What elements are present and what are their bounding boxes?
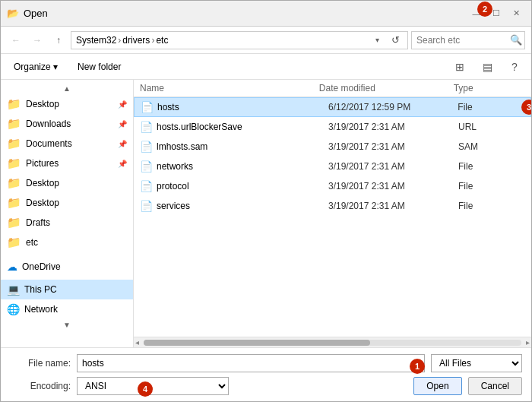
computer-icon: 💻	[7, 283, 20, 296]
bottom-bar: 1 4 File name: All Files Encoding: ANSI …	[1, 347, 531, 401]
sidebar-label-thispc: This PC	[24, 284, 127, 295]
new-folder-label: New folder	[78, 62, 121, 72]
col-header-name: Name	[140, 83, 319, 93]
sidebar-label-downloads: Downloads	[26, 119, 113, 129]
file-item-lmhosts[interactable]: 📄 lmhosts.sam 3/19/2017 2:31 AM SAM	[134, 137, 531, 157]
file-item-hosts[interactable]: 📄 hosts 6/12/2017 12:59 PM File 3	[134, 97, 531, 117]
file-item-networks[interactable]: 📄 networks 3/19/2017 2:31 AM File	[134, 157, 531, 176]
filetype-dropdown[interactable]: All Files	[431, 354, 522, 372]
filename-row: File name: All Files	[10, 354, 522, 372]
file-date-networks: 3/19/2017 2:31 AM	[328, 161, 454, 172]
organize-button[interactable]: Organize ▾	[7, 58, 65, 76]
file-list-container: Name Date modified Type 📄 hosts 6/12/201…	[134, 80, 531, 347]
file-date-urlblocker: 3/19/2017 2:31 AM	[328, 122, 454, 132]
cancel-button[interactable]: Cancel	[468, 377, 522, 395]
folder-icon: 📁	[7, 176, 21, 190]
file-item-hosts-urlblocker[interactable]: 📄 hosts.urlBlockerSave 3/19/2017 2:31 AM…	[134, 117, 531, 137]
scroll-left-arrow[interactable]: ◂	[134, 338, 141, 347]
filename-input[interactable]	[77, 354, 425, 372]
file-name-networks: networks	[157, 161, 324, 172]
encoding-row: Encoding: ANSI Open Cancel	[10, 377, 522, 395]
file-item-protocol[interactable]: 📄 protocol 3/19/2017 2:31 AM File	[134, 176, 531, 196]
scroll-right-arrow[interactable]: ▸	[524, 338, 531, 347]
title-bar: 📂 Open — ☐ ✕	[1, 1, 531, 27]
path-system32: System32	[76, 35, 116, 46]
sidebar-up-arrow[interactable]: ▲	[1, 83, 133, 94]
search-input[interactable]	[411, 31, 525, 49]
sidebar-item-pictures-pinned[interactable]: 📁 Pictures 📌	[1, 154, 133, 173]
sidebar-item-downloads-pinned[interactable]: 📁 Downloads 📌	[1, 114, 133, 134]
file-item-services[interactable]: 📄 services 3/19/2017 2:31 AM File	[134, 196, 531, 216]
close-button[interactable]: ✕	[507, 6, 525, 21]
file-icon: 📄	[140, 121, 152, 133]
open-button[interactable]: Open	[413, 377, 461, 395]
folder-icon: 📁	[7, 216, 21, 229]
file-date-protocol: 3/19/2017 2:31 AM	[328, 181, 454, 192]
path-drivers: drivers	[122, 35, 150, 46]
path-etc: etc	[156, 35, 168, 46]
sidebar-item-onedrive[interactable]: ☁ OneDrive	[1, 257, 133, 277]
folder-icon: 📁	[7, 196, 21, 210]
file-name-urlblocker: hosts.urlBlockerSave	[157, 122, 324, 132]
up-button[interactable]: ↑	[49, 31, 68, 49]
sidebar-item-etc[interactable]: 📁 etc	[1, 233, 133, 252]
badge-2: 2	[477, 2, 492, 17]
file-date-services: 3/19/2017 2:31 AM	[328, 201, 454, 211]
horizontal-scrollbar[interactable]: ◂ ▸	[134, 337, 531, 347]
sidebar-item-thispc[interactable]: 💻 This PC	[1, 280, 133, 299]
help-button[interactable]: ?	[504, 58, 525, 76]
sidebar-label-etc: etc	[26, 237, 127, 248]
refresh-button[interactable]: ↺	[388, 33, 403, 48]
file-icon: 📄	[141, 101, 153, 113]
file-list-header: Name Date modified Type	[134, 80, 531, 97]
encoding-dropdown[interactable]: ANSI	[77, 377, 229, 395]
sidebar-label-drafts: Drafts	[26, 217, 127, 228]
sidebar-label-desktop2: Desktop	[26, 178, 127, 188]
address-bar[interactable]: System32 › drivers › etc ▾ ↺	[71, 31, 408, 49]
title-controls: — ☐ ✕	[467, 6, 525, 21]
file-name-lmhosts: lmhosts.sam	[157, 141, 324, 152]
file-type-services: File	[458, 201, 525, 211]
file-date-lmhosts: 3/19/2017 2:31 AM	[328, 141, 454, 152]
file-type-networks: File	[458, 161, 525, 172]
sidebar-item-drafts[interactable]: 📁 Drafts	[1, 213, 133, 233]
badge-3: 3	[521, 100, 531, 115]
sidebar-item-desktop-pinned[interactable]: 📁 Desktop 📌	[1, 94, 133, 114]
file-type-lmhosts: SAM	[458, 141, 525, 152]
address-dropdown-button[interactable]: ▾	[369, 36, 385, 44]
pin-icon: 📌	[118, 160, 127, 168]
file-type-protocol: File	[458, 181, 525, 192]
nav-bar: ← → ↑ System32 › drivers › etc ▾ ↺ 🔍	[1, 27, 531, 54]
folder-icon: 📁	[7, 137, 21, 150]
back-button[interactable]: ←	[7, 31, 25, 49]
view-options-button[interactable]: ⊞	[449, 58, 470, 76]
pin-icon: 📌	[118, 140, 127, 148]
scrollbar-thumb	[144, 340, 370, 346]
file-type-hosts: File	[458, 102, 524, 112]
col-header-type: Type	[454, 83, 525, 93]
new-folder-button[interactable]: New folder	[71, 58, 128, 76]
sidebar-down-arrow[interactable]: ▼	[1, 319, 133, 331]
sidebar-label-desktop3: Desktop	[26, 198, 127, 208]
sidebar-item-network[interactable]: 🌐 Network	[1, 299, 133, 319]
forward-button[interactable]: →	[28, 31, 46, 49]
file-name-protocol: protocol	[157, 181, 324, 192]
file-icon: 📄	[140, 200, 152, 212]
col-header-date: Date modified	[319, 83, 454, 93]
sidebar-item-desktop2[interactable]: 📁 Desktop	[1, 173, 133, 193]
sidebar-item-documents-pinned[interactable]: 📁 Documents 📌	[1, 134, 133, 154]
view-toggle-button[interactable]: ▤	[477, 58, 498, 76]
folder-icon: 📁	[7, 117, 21, 131]
badge-1: 1	[410, 359, 425, 374]
sidebar: ▲ 📁 Desktop 📌 📁 Downloads 📌 📁 Documents …	[1, 80, 134, 347]
file-icon: 📄	[140, 141, 152, 153]
badge-4: 4	[138, 381, 153, 397]
folder-icon: 📁	[7, 157, 21, 170]
file-icon: 📄	[140, 160, 152, 173]
sidebar-label-desktop-pinned: Desktop	[26, 99, 113, 109]
sidebar-label-documents: Documents	[26, 138, 113, 149]
sidebar-item-desktop3[interactable]: 📁 Desktop	[1, 193, 133, 213]
file-type-urlblocker: URL	[458, 122, 525, 132]
sidebar-label-pictures: Pictures	[26, 158, 113, 169]
search-icon-button[interactable]: 🔍	[510, 34, 522, 46]
